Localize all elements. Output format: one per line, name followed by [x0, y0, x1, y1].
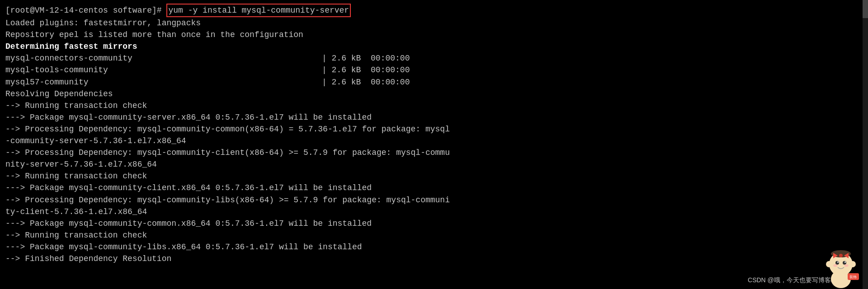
terminal-line-19: --> Running transaction check: [5, 229, 863, 241]
terminal-line-16: --> Processing Dependency: mysql-communi…: [5, 194, 863, 206]
terminal-line-17: ty-client-5.7.36-1.el7.x86_64: [5, 206, 863, 218]
terminal-line-8: --> Running transaction check: [5, 100, 863, 112]
line-text: --> Running transaction check: [5, 229, 147, 241]
terminal-line-13: nity-server-5.7.36-1.el7.x86_64: [5, 158, 863, 170]
terminal-line-21: --> Finished Dependency Resolution: [5, 253, 863, 265]
svg-point-7: [844, 264, 849, 267]
line-text: -community-server-5.7.36-1.el7.x86_64: [5, 135, 186, 147]
terminal-line-6: mysql57-community | 2.6 kB 00:00:00: [5, 76, 863, 88]
terminal-line-10: --> Processing Dependency: mysql-communi…: [5, 123, 863, 135]
line-text: ---> Package mysql-community-common.x86_…: [5, 218, 372, 229]
repo-name: mysql57-community: [5, 76, 322, 88]
terminal-line-18: ---> Package mysql-community-common.x86_…: [5, 218, 863, 229]
repo-info: | 2.6 kB 00:00:00: [322, 76, 410, 88]
terminal-line-0: [root@VM-12-14-centos software]# yum -y …: [5, 4, 863, 17]
svg-point-5: [844, 261, 846, 263]
command: yum -y install mysql-community-server: [166, 4, 351, 17]
terminal-line-15: ---> Package mysql-community-client.x86_…: [5, 182, 863, 194]
repo-name: mysql-connectors-community: [5, 52, 322, 64]
terminal-line-1: Loaded plugins: fastestmirror, langpacks: [5, 17, 863, 29]
svg-point-3: [843, 261, 846, 265]
line-text: Resolving Dependencies: [5, 88, 113, 100]
svg-point-2: [835, 261, 839, 265]
terminal-line-5: mysql-tools-community | 2.6 kB 00:00:00: [5, 64, 863, 76]
prompt: [root@VM-12-14-centos software]#: [5, 5, 166, 16]
terminal-line-14: --> Running transaction check: [5, 170, 863, 182]
repo-info: | 2.6 kB 00:00:00: [322, 52, 410, 64]
terminal-line-4: mysql-connectors-community | 2.6 kB 00:0…: [5, 52, 863, 64]
line-text: ---> Package mysql-community-server.x86_…: [5, 112, 372, 123]
terminal-line-20: ---> Package mysql-community-libs.x86_64…: [5, 241, 863, 253]
line-text: Loaded plugins: fastestmirror, langpacks: [5, 17, 201, 29]
line-text: nity-server-5.7.36-1.el7.x86_64: [5, 158, 157, 170]
line-text: ty-client-5.7.36-1.el7.x86_64: [5, 206, 147, 218]
line-text: --> Finished Dependency Resolution: [5, 253, 171, 265]
svg-point-6: [833, 264, 838, 267]
line-text: --> Processing Dependency: mysql-communi…: [5, 123, 450, 135]
line-text: Repository epel is listed more than once…: [5, 29, 303, 41]
svg-point-8: [826, 261, 832, 267]
terminal-line-7: Resolving Dependencies: [5, 88, 863, 100]
line-text: --> Running transaction check: [5, 170, 147, 182]
scrollbar-thumb[interactable]: [863, 0, 868, 18]
repo-name: mysql-tools-community: [5, 64, 322, 76]
line-text: Determining fastest mirrors: [5, 41, 137, 52]
terminal: [root@VM-12-14-centos software]# yum -y …: [0, 0, 868, 289]
terminal-line-2: Repository epel is listed more than once…: [5, 29, 863, 41]
scrollbar[interactable]: [863, 0, 868, 289]
svg-point-9: [849, 261, 856, 267]
terminal-line-11: -community-server-5.7.36-1.el7.x86_64: [5, 135, 863, 147]
line-text: --> Processing Dependency: mysql-communi…: [5, 194, 450, 206]
svg-point-4: [837, 261, 839, 263]
line-text: ---> Package mysql-community-libs.x86_64…: [5, 241, 362, 253]
line-text: --> Processing Dependency: mysql-communi…: [5, 147, 450, 158]
line-text: --> Running transaction check: [5, 100, 147, 112]
repo-info: | 2.6 kB 00:00:00: [322, 64, 410, 76]
terminal-line-3: Determining fastest mirrors: [5, 41, 863, 52]
terminal-line-12: --> Processing Dependency: mysql-communi…: [5, 147, 863, 158]
terminal-line-9: ---> Package mysql-community-server.x86_…: [5, 112, 863, 123]
line-text: ---> Package mysql-community-client.x86_…: [5, 182, 372, 194]
svg-text:装饰: 装饰: [849, 275, 857, 279]
svg-point-13: [839, 254, 843, 257]
